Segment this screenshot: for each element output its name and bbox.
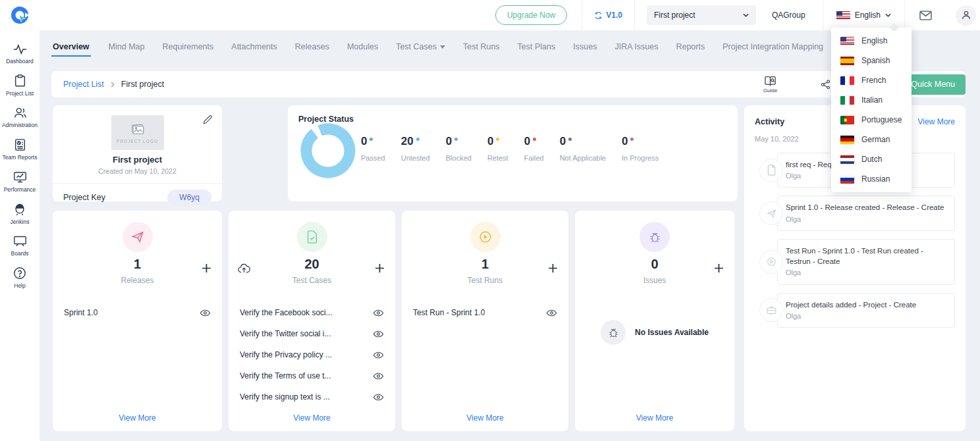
sidebar-item-dashboard[interactable]: Dashboard xyxy=(0,43,40,65)
document-icon xyxy=(759,159,783,182)
activity-view-more-link[interactable]: View More xyxy=(918,117,955,126)
tab-requirements[interactable]: Requirements xyxy=(162,42,213,51)
project-summary: PROJECT LOGO First project Created on Ma… xyxy=(53,105,222,175)
language-option-english[interactable]: English xyxy=(831,31,912,51)
language-option-spanish[interactable]: Spanish xyxy=(831,51,912,70)
netherlands-flag-icon xyxy=(840,155,854,164)
monitor-chart-icon xyxy=(13,170,27,184)
tab-test-runs[interactable]: Test Runs xyxy=(463,42,500,51)
tab-modules[interactable]: Modules xyxy=(347,42,378,51)
list-item: Verify the signup text is ... xyxy=(229,386,395,407)
test-runs-view-more-link[interactable]: View More xyxy=(402,413,568,423)
tab-reports[interactable]: Reports xyxy=(676,42,705,51)
language-option-italian[interactable]: Italian xyxy=(831,90,912,110)
version-indicator[interactable]: V1.0 xyxy=(582,11,634,20)
bug-icon xyxy=(649,231,661,244)
sidebar-item-project-list[interactable]: Project List xyxy=(0,74,40,97)
releases-head: 1 Releases xyxy=(53,211,222,285)
releases-count: 1 xyxy=(53,257,222,272)
guide-button[interactable]: Guide xyxy=(763,76,777,93)
test-cases-view-more-link[interactable]: View More xyxy=(229,413,395,423)
tab-overview[interactable]: Overview xyxy=(51,38,91,57)
user-avatar-button[interactable] xyxy=(956,5,976,26)
stat-failed: 0 Failed xyxy=(524,136,544,162)
test-cases-label: Test Cases xyxy=(229,276,395,285)
releases-label: Releases xyxy=(53,276,222,285)
import-test-cases-button[interactable] xyxy=(238,263,250,276)
sidebar-item-team-reports[interactable]: Team Reports xyxy=(0,138,40,161)
language-value: English xyxy=(855,11,881,20)
refresh-icon xyxy=(594,11,603,20)
view-test-case-eye-icon[interactable] xyxy=(373,393,384,402)
tab-releases[interactable]: Releases xyxy=(295,42,329,51)
add-release-button[interactable] xyxy=(202,263,211,276)
language-option-french[interactable]: French xyxy=(831,70,912,90)
status-dot xyxy=(416,138,420,141)
sidebar-item-performance[interactable]: Performance xyxy=(0,170,40,193)
stat-passed: 0 Passed xyxy=(361,136,385,162)
releases-view-more-link[interactable]: View More xyxy=(53,413,222,423)
test-case-name: Verify the Terms of use t... xyxy=(240,371,331,380)
mail-button[interactable] xyxy=(905,10,946,21)
project-select[interactable]: First project xyxy=(647,5,756,25)
france-flag-icon xyxy=(840,76,854,85)
view-release-eye-icon[interactable] xyxy=(200,309,211,317)
russia-flag-icon xyxy=(840,175,854,184)
language-option-label: Russian xyxy=(861,174,890,184)
edit-pencil-icon[interactable] xyxy=(202,115,213,128)
view-test-case-eye-icon[interactable] xyxy=(373,309,384,317)
sidebar: Dashboard Project List Administration Te… xyxy=(0,30,40,441)
activity-user: Olga xyxy=(786,311,946,321)
breadcrumb-project-list-link[interactable]: Project List xyxy=(63,80,104,89)
test-runs-head: 1 Test Runs xyxy=(402,211,568,285)
divider xyxy=(634,0,635,30)
photo-icon xyxy=(129,122,146,137)
sidebar-item-boards[interactable]: Boards xyxy=(0,235,40,257)
tab-test-plans[interactable]: Test Plans xyxy=(518,42,556,51)
test-cases-count: 20 xyxy=(229,257,395,272)
language-option-dutch[interactable]: Dutch xyxy=(831,149,912,169)
add-test-case-button[interactable] xyxy=(375,263,385,276)
breadcrumb-bar: Project List First project Guide Share Q… xyxy=(51,71,966,97)
view-test-case-eye-icon[interactable] xyxy=(373,330,384,338)
tab-project-integration-mapping[interactable]: Project Integration Mapping xyxy=(722,42,823,51)
sidebar-item-help[interactable]: Help xyxy=(0,267,40,289)
status-dot xyxy=(568,138,572,141)
tab-test-cases[interactable]: Test Cases xyxy=(396,42,445,51)
add-issue-button[interactable] xyxy=(714,263,724,276)
tab-label: Mind Map xyxy=(109,42,145,51)
people-icon xyxy=(13,107,27,119)
envelope-icon xyxy=(919,10,933,21)
sidebar-item-jenkins[interactable]: Jenkins xyxy=(0,203,40,225)
language-option-german[interactable]: German xyxy=(831,130,912,149)
tab-label: Issues xyxy=(573,42,597,51)
language-option-portuguese[interactable]: Portuguese xyxy=(831,110,912,130)
tab-label: Releases xyxy=(295,42,329,51)
sidebar-item-label: Project List xyxy=(6,90,34,97)
view-test-run-eye-icon[interactable] xyxy=(546,309,557,317)
view-test-case-eye-icon[interactable] xyxy=(373,372,384,380)
jenkins-butler-icon xyxy=(14,203,26,216)
project-key-row: Project Key W6yq xyxy=(53,183,222,211)
project-name: First project xyxy=(53,155,222,165)
list-item: Verify the Twitter social i... xyxy=(229,323,395,344)
test-cases-list: Verify the Facebook soci... Verify the T… xyxy=(229,302,395,407)
quick-menu-label: Quick Menu xyxy=(911,80,955,89)
app-logo-icon xyxy=(11,6,29,24)
list-item: Test Run - Sprint 1.0 xyxy=(402,302,568,323)
tab-mind-map[interactable]: Mind Map xyxy=(109,42,145,51)
issues-label: Issues xyxy=(575,276,734,285)
sidebar-item-administration[interactable]: Administration xyxy=(0,107,40,128)
upgrade-now-button[interactable]: Upgrade Now xyxy=(495,5,567,25)
tab-attachments[interactable]: Attachments xyxy=(231,42,277,51)
language-option-russian[interactable]: Russian xyxy=(831,169,912,189)
activity-item: Project details added - Project - Create… xyxy=(777,293,955,328)
view-test-case-eye-icon[interactable] xyxy=(373,351,384,359)
tab-jira-issues[interactable]: JIRA Issues xyxy=(614,42,658,51)
language-chooser[interactable]: English xyxy=(823,11,904,20)
project-select-value: First project xyxy=(654,11,695,20)
add-test-run-button[interactable] xyxy=(548,263,558,276)
issues-view-more-link[interactable]: View More xyxy=(575,413,734,423)
us-flag-icon xyxy=(840,37,854,45)
tab-issues[interactable]: Issues xyxy=(573,42,597,51)
